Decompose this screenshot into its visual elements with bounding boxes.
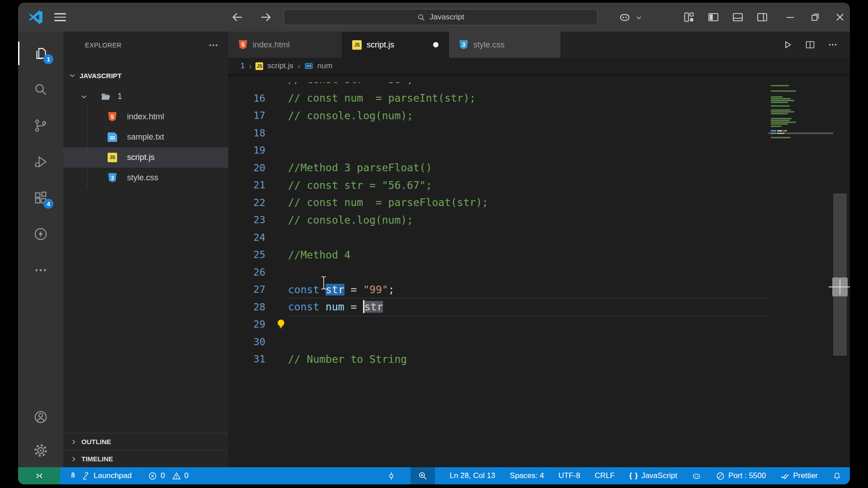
activity-bar: 1 (18, 32, 63, 467)
launchpad-item[interactable]: Launchpad (68, 471, 132, 481)
line-number: 28 (228, 301, 274, 313)
indentation-item[interactable]: Spaces: 4 (510, 471, 544, 480)
run-debug-icon (33, 154, 48, 169)
rocket-icon (68, 471, 78, 481)
split-editor-button[interactable] (805, 39, 816, 50)
language-item[interactable]: { } JavaScript (629, 471, 677, 480)
outline-section[interactable]: OUTLINE (63, 433, 228, 450)
timeline-section[interactable]: TIMELINE (63, 450, 228, 467)
explorer-header: EXPLORER (85, 37, 219, 53)
code-line-30[interactable]: 30 (228, 333, 850, 351)
line-number: 30 (228, 336, 274, 347)
vscode-window: Javascript (18, 3, 850, 484)
code-line-22[interactable]: 22// const num = parseFloat(str); (228, 194, 850, 211)
line-content: //Method 4 (288, 246, 769, 264)
nav-back-button[interactable] (231, 10, 244, 24)
editor-scrollbar[interactable] (833, 193, 847, 356)
minimap[interactable] (769, 74, 833, 467)
file-name: sample.txt (127, 132, 164, 142)
settings-button[interactable] (18, 434, 63, 467)
workspace-name: JAVASCRIPT (80, 72, 122, 80)
breadcrumb-file[interactable]: script.js (267, 61, 293, 70)
chevron-down-icon[interactable] (634, 13, 644, 23)
code-line-25[interactable]: 25//Method 4 (228, 246, 850, 264)
folder-name: 1 (118, 92, 122, 101)
encoding-item[interactable]: UTF-8 (558, 471, 580, 480)
editor-actions (782, 32, 850, 58)
zoom-item[interactable] (410, 467, 435, 484)
problems-item[interactable]: 0 0 (148, 471, 189, 481)
breadcrumb-symbol[interactable]: num (317, 61, 332, 70)
code-line-29[interactable]: 29 (228, 316, 850, 333)
eol-item[interactable]: CRLF (594, 471, 614, 480)
file-name: style.css (127, 173, 158, 183)
minimap-line (771, 90, 796, 92)
tab-style-css[interactable]: style.css (449, 32, 561, 58)
file-row-sample-txt[interactable]: sample.txt (63, 127, 228, 147)
activity-run-debug-button[interactable] (18, 144, 63, 180)
line-content: const str = "99"; (288, 281, 769, 299)
code-line-31[interactable]: 31// Number to String (228, 351, 850, 368)
nav-forward-button[interactable] (259, 10, 273, 24)
file-row-script-js[interactable]: script.js (63, 147, 228, 168)
toggle-primary-sidebar-button[interactable] (707, 11, 720, 23)
tab-script-js[interactable]: script.js (342, 32, 449, 58)
customize-layout-button[interactable] (683, 11, 695, 23)
more-actions-button[interactable] (827, 39, 838, 50)
tab-label: index.html (253, 40, 290, 50)
modified-dot[interactable] (433, 42, 439, 47)
remote-indicator[interactable] (18, 467, 60, 484)
code-line-24[interactable]: 24 (228, 229, 850, 246)
scrollbar-handle[interactable] (832, 277, 848, 296)
formatter-item[interactable]: Prettier (780, 471, 818, 481)
language-label: JavaScript (642, 471, 677, 480)
copilot-status-item[interactable] (692, 471, 701, 481)
screencast-item[interactable] (387, 471, 396, 481)
activity-explorer-button[interactable]: 1 (18, 35, 63, 71)
workspace-section-header[interactable]: JAVASCRIPT (68, 67, 228, 84)
copilot-icon[interactable] (618, 11, 631, 23)
code-line-18[interactable]: 18 (228, 124, 850, 142)
search-icon (33, 82, 48, 97)
activity-source-control-button[interactable] (18, 108, 63, 144)
notifications-item[interactable] (832, 471, 842, 481)
code-editor[interactable]: // const str = "56"; 16// const num = pa… (228, 74, 850, 467)
port-item[interactable]: Port : 5500 (716, 471, 766, 481)
restore-button[interactable] (809, 11, 821, 23)
menu-icon[interactable] (54, 12, 66, 23)
code-line-17[interactable]: 17// console.log(num); (228, 107, 850, 125)
minimap-line (771, 111, 794, 113)
minimap-line (771, 102, 788, 103)
timeline-label: TIMELINE (81, 455, 113, 463)
file-row-index-html[interactable]: index.html (63, 107, 228, 127)
tab-index-html[interactable]: index.html (228, 32, 342, 58)
folder-row[interactable]: 1 (63, 86, 228, 107)
command-center-search[interactable]: Javascript (283, 9, 598, 25)
code-line-23[interactable]: 23// console.log(num); (228, 211, 850, 229)
close-button[interactable] (834, 11, 846, 23)
cursor-position-item[interactable]: Ln 28, Col 13 (449, 471, 495, 480)
toggle-secondary-sidebar-button[interactable] (756, 11, 769, 23)
explorer-actions-button[interactable] (208, 39, 219, 51)
activity-more-button[interactable] (18, 252, 63, 288)
file-row-style-css[interactable]: style.css (63, 168, 228, 188)
account-button[interactable] (18, 400, 63, 434)
line-number: 24 (228, 232, 274, 243)
activity-thunder-button[interactable] (18, 216, 63, 252)
code-line-20[interactable]: 20//Method 3 parseFloat() (228, 159, 850, 177)
run-button[interactable] (782, 39, 793, 50)
double-check-icon (780, 471, 790, 481)
code-line-16[interactable]: 16// const num = parseInt(str); (228, 89, 850, 107)
command-center-text: Javascript (429, 13, 464, 22)
explorer-sidebar: EXPLORER JAVASCRIPT (63, 32, 228, 467)
minimize-button[interactable] (784, 11, 797, 23)
lightbulb-icon[interactable] (275, 318, 287, 331)
error-count: 0 (160, 471, 165, 480)
code-line-21[interactable]: 21// const str = "56.67"; (228, 177, 850, 194)
toggle-panel-button[interactable] (731, 11, 744, 23)
activity-extensions-button[interactable]: 4 (18, 180, 63, 216)
activity-search-button[interactable] (18, 71, 63, 108)
breadcrumb-folder[interactable]: 1 (241, 61, 245, 70)
code-line-19[interactable]: 19 (228, 142, 850, 160)
code-line-28[interactable]: 28const num = str (228, 298, 850, 316)
